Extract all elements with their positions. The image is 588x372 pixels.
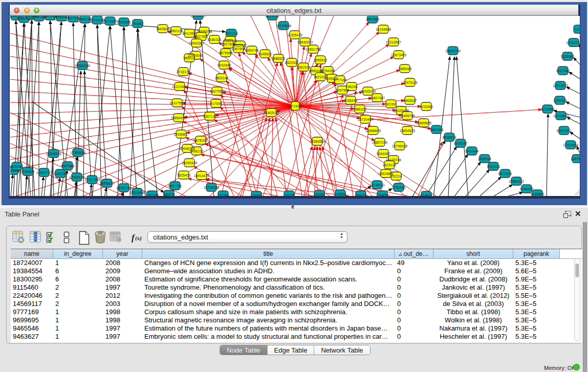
svg-text:9227342: 9227342 [556,69,570,73]
svg-text:118235: 118235 [284,193,295,196]
svg-text:19654955: 19654955 [171,116,186,120]
svg-text:19218506: 19218506 [276,24,291,28]
svg-text:2935114: 2935114 [478,157,491,161]
svg-text:6794028: 6794028 [321,69,335,73]
svg-text:3215958: 3215958 [541,107,555,111]
svg-text:109450: 109450 [377,193,388,196]
svg-text:8427552: 8427552 [210,90,224,93]
svg-text:11124: 11124 [574,28,580,31]
svg-text:2718176: 2718176 [177,70,190,74]
svg-text:2646546: 2646546 [224,39,237,42]
svg-text:128455: 128455 [335,192,346,196]
svg-text:9327505: 9327505 [194,35,208,38]
svg-text:36245374: 36245374 [360,90,376,93]
svg-text:10699695: 10699695 [416,121,431,125]
svg-text:8322037: 8322037 [285,61,299,64]
svg-text:10807487: 10807487 [369,96,385,100]
svg-text:15751074: 15751074 [566,41,580,45]
svg-text:12093873: 12093873 [553,84,568,87]
svg-text:23226058: 23226058 [197,30,212,33]
svg-text:10756928: 10756928 [392,144,407,148]
svg-text:7955812: 7955812 [314,58,328,62]
svg-text:10025458: 10025458 [394,109,409,113]
svg-text:2055712: 2055712 [17,17,31,20]
svg-text:10958107: 10958107 [99,182,115,185]
svg-text:9146821: 9146821 [258,52,272,56]
svg-text:20206576: 20206576 [46,152,61,156]
svg-text:1588520: 1588520 [272,57,286,60]
svg-text:11325419: 11325419 [287,33,302,37]
svg-text:1362615: 1362615 [297,65,311,69]
svg-text:7986322: 7986322 [353,107,367,111]
svg-text:12213369: 12213369 [172,85,187,89]
svg-text:18724007: 18724007 [287,104,303,108]
svg-text:17359924: 17359924 [70,151,85,155]
svg-text:751552: 751552 [132,22,144,26]
svg-text:1435061: 1435061 [10,165,24,168]
svg-text:1640954: 1640954 [430,128,444,132]
svg-text:9997588: 9997588 [61,164,75,168]
svg-text:10688609: 10688609 [365,129,381,133]
svg-text:15692971: 15692971 [556,129,572,133]
svg-text:16099349: 16099349 [182,161,197,165]
svg-text:7632621: 7632621 [487,165,500,168]
svg-text:18640910: 18640910 [297,40,313,44]
svg-text:19384554: 19384554 [310,140,325,143]
svg-text:8990448: 8990448 [309,69,323,73]
svg-text:16543362: 16543362 [189,41,204,45]
svg-text:2036443: 2036443 [344,99,358,102]
svg-text:154210: 154210 [355,193,367,196]
svg-text:6497568: 6497568 [336,89,350,92]
svg-text:8878332: 8878332 [194,139,208,142]
svg-text:157164: 157164 [217,193,229,196]
svg-text:8186323: 8186323 [208,38,222,41]
svg-text:9242848: 9242848 [217,63,231,67]
svg-text:9463627: 9463627 [403,99,417,102]
svg-text:(x): (x) [135,235,142,242]
svg-text:746266: 746266 [346,85,358,89]
svg-text:124519: 124519 [251,194,263,196]
svg-text:109284: 109284 [314,193,325,196]
svg-text:7625402: 7625402 [177,173,191,177]
svg-text:924502: 924502 [421,194,432,196]
svg-text:9245605: 9245605 [531,192,545,196]
svg-text:1156829: 1156829 [21,170,34,173]
svg-text:16961758: 16961758 [306,48,321,51]
svg-text:14136141: 14136141 [369,183,385,187]
svg-text:12213967: 12213967 [386,40,401,44]
svg-text:5322037: 5322037 [233,43,247,47]
svg-text:10973493: 10973493 [391,53,406,57]
svg-text:9329966: 9329966 [561,55,575,58]
svg-text:18807249: 18807249 [372,141,387,144]
svg-text:3915911: 3915911 [10,169,20,172]
svg-text:7957224: 7957224 [225,32,238,35]
svg-text:2803144: 2803144 [215,76,229,80]
svg-text:1244415: 1244415 [553,99,567,102]
svg-text:2987682: 2987682 [366,17,380,21]
svg-text:12942737: 12942737 [36,171,52,174]
svg-text:8454749: 8454749 [245,49,259,52]
svg-text:989014: 989014 [184,56,195,60]
svg-text:1167533: 1167533 [571,157,580,161]
svg-text:16914479: 16914479 [194,174,209,178]
svg-text:1733426: 1733426 [392,186,406,189]
svg-text:62160: 62160 [386,102,396,106]
svg-text:8960124: 8960124 [169,29,183,33]
svg-text:16120746: 16120746 [386,158,401,162]
svg-text:16782759: 16782759 [116,186,132,190]
svg-text:17957253: 17957253 [84,178,100,182]
svg-text:3267130: 3267130 [203,115,217,118]
svg-text:252214: 252214 [390,174,402,178]
svg-text:19495786: 19495786 [400,114,415,118]
svg-text:12923448: 12923448 [129,191,145,194]
svg-text:12975115: 12975115 [402,81,418,84]
svg-text:6479197: 6479197 [454,142,468,145]
svg-text:1615112: 1615112 [383,163,396,167]
svg-text:7663822: 7663822 [156,27,170,31]
svg-text:16154808: 16154808 [376,28,391,31]
svg-text:15716485: 15716485 [204,186,219,189]
svg-text:3875685: 3875685 [219,51,233,55]
svg-text:8813054: 8813054 [266,16,279,18]
svg-text:9245652: 9245652 [520,187,534,191]
svg-text:9474444: 9474444 [465,149,479,153]
